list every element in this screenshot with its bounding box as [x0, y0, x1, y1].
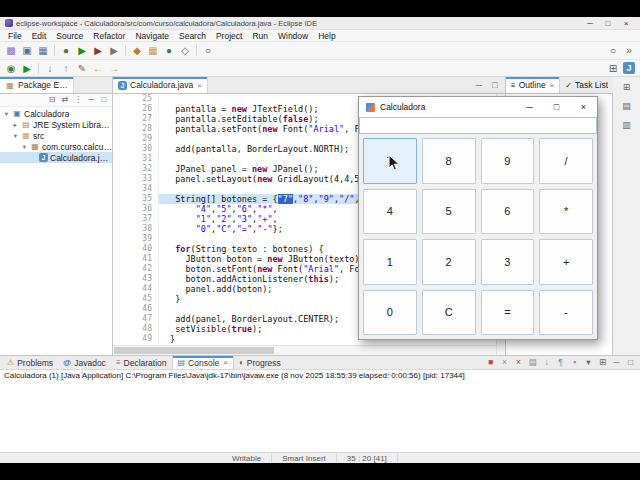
tree-expander-icon[interactable]: ▸ [12, 121, 19, 129]
calc-button-0[interactable]: 0 [363, 290, 417, 336]
calc-button-3[interactable]: 3 [481, 239, 535, 285]
last-edit-location-icon[interactable]: ✎ [74, 61, 90, 76]
word-wrap-icon[interactable]: ¶ [554, 356, 567, 369]
window-minimize-button[interactable]: ─ [581, 19, 599, 28]
tab-console[interactable]: ▤Console× [172, 356, 234, 369]
window-maximize-button[interactable]: □ [599, 19, 617, 28]
tree-expander-icon[interactable]: ▾ [12, 132, 19, 140]
open-type-icon[interactable]: ◇ [177, 43, 193, 58]
minimize-editor-icon[interactable]: ─ [472, 79, 486, 92]
tab-progress[interactable]: ◐Progress [234, 356, 286, 369]
calc-button-6[interactable]: 6 [481, 189, 535, 235]
close-tab-icon[interactable]: × [197, 81, 202, 90]
restore-tasklist-icon[interactable]: ▤ [620, 100, 634, 113]
console-output[interactable] [0, 381, 640, 452]
minimize-console-icon[interactable]: ─ [610, 356, 623, 369]
tree-item[interactable]: ▾▣Calculadora [0, 108, 112, 119]
tab-javadoc[interactable]: @Javadoc [58, 356, 111, 369]
maximize-editor-icon[interactable]: □ [488, 79, 502, 92]
collapse-all-icon[interactable]: ⊟ [46, 94, 58, 106]
calc-button-4[interactable]: 4 [363, 189, 417, 235]
calc-button-9[interactable]: 9 [481, 138, 535, 184]
menu-item-help[interactable]: Help [313, 31, 340, 41]
tree-expander-icon[interactable]: ▾ [21, 143, 28, 151]
new-java-project-icon[interactable]: ◆ [129, 43, 145, 58]
tree-item[interactable]: ▾▦src [0, 130, 112, 141]
menu-item-window[interactable]: Window [273, 31, 313, 41]
calc-close-button[interactable]: × [570, 97, 597, 117]
toolbar-search-icon[interactable]: ○ [605, 43, 621, 58]
horizontal-scrollbar[interactable] [113, 345, 496, 355]
remove-all-launches-icon[interactable]: × [512, 356, 525, 369]
calc-button-8[interactable]: 8 [422, 138, 476, 184]
menu-item-file[interactable]: File [3, 31, 27, 41]
new-wizard-icon[interactable]: ▩ [3, 43, 19, 58]
run-last-icon[interactable]: ▶ [19, 61, 35, 76]
close-tab-icon[interactable]: × [223, 358, 228, 367]
calc-button-plus[interactable]: + [539, 239, 593, 285]
calc-maximize-button[interactable]: □ [543, 97, 570, 117]
tab-package-explorer[interactable]: ▦ Package Explorer [0, 77, 74, 93]
menu-item-project[interactable]: Project [211, 31, 247, 41]
back-icon[interactable]: ← [90, 61, 106, 76]
external-tools-icon[interactable]: ▶ [106, 43, 122, 58]
toolbar-overflow-icon[interactable]: » [621, 43, 637, 58]
next-annotation-icon[interactable]: ↓ [42, 61, 58, 76]
save-icon[interactable]: ▣ [19, 43, 35, 58]
java-perspective-icon[interactable]: J [623, 62, 635, 74]
calc-button-clear[interactable]: C [422, 290, 476, 336]
scroll-lock-icon[interactable]: ↓ [540, 356, 553, 369]
calc-button-equals[interactable]: = [481, 290, 535, 336]
new-class-icon[interactable]: ● [161, 43, 177, 58]
tab-declaration[interactable]: ≡Declaration [111, 356, 172, 369]
link-with-editor-icon[interactable]: ⇄ [59, 94, 71, 106]
new-package-icon[interactable]: ▦ [145, 43, 161, 58]
maximize-view-icon[interactable]: □ [98, 94, 110, 106]
save-all-icon[interactable]: ▦ [35, 43, 51, 58]
menu-item-run[interactable]: Run [247, 31, 273, 41]
maximize-console-icon[interactable]: □ [624, 356, 637, 369]
display-console-icon[interactable]: ▾ [582, 356, 595, 369]
restore-view-icon[interactable]: ▥ [620, 119, 634, 132]
run-icon[interactable]: ▶ [74, 43, 90, 58]
close-tab-icon[interactable]: × [550, 81, 555, 90]
previous-annotation-icon[interactable]: ↑ [58, 61, 74, 76]
calculator-titlebar[interactable]: Calculadora ─ □ × [359, 97, 597, 117]
calc-minimize-button[interactable]: ─ [516, 97, 543, 117]
terminate-icon[interactable]: ■ [484, 356, 497, 369]
window-close-button[interactable]: × [617, 19, 635, 28]
menu-item-source[interactable]: Source [51, 31, 88, 41]
restore-outline-icon[interactable]: ⊞ [620, 81, 634, 94]
menu-item-navigate[interactable]: Navigate [130, 31, 174, 41]
search-icon[interactable]: ○ [200, 43, 216, 58]
calc-button-multiply[interactable]: * [539, 189, 593, 235]
menu-item-edit[interactable]: Edit [27, 31, 52, 41]
calc-button-1[interactable]: 1 [363, 239, 417, 285]
menu-item-search[interactable]: Search [174, 31, 211, 41]
debug-last-icon[interactable]: ◉ [3, 61, 19, 76]
tab-calculadora-java[interactable]: J Calculadora.java × [113, 77, 208, 93]
tree-item[interactable]: ▾▦com.curso.calculadora [0, 141, 112, 152]
clear-console-icon[interactable]: ▤ [526, 356, 539, 369]
calc-button-divide[interactable]: / [539, 138, 593, 184]
tree-expander-icon[interactable]: ▾ [3, 110, 10, 118]
calc-button-5[interactable]: 5 [422, 189, 476, 235]
tab-task-list[interactable]: ✓Task List [560, 77, 614, 93]
tab-outline[interactable]: ≡Outline× [506, 77, 560, 93]
view-menu-icon[interactable]: ⋮ [72, 94, 84, 106]
remove-launch-icon[interactable]: × [498, 356, 511, 369]
coverage-icon[interactable]: ▶ [90, 43, 106, 58]
calc-button-minus[interactable]: - [539, 290, 593, 336]
open-perspective-icon[interactable]: ⊞ [605, 61, 621, 76]
calculator-display[interactable] [359, 117, 597, 134]
tree-item[interactable]: ▸▤JRE System Library [jdk-17] [0, 119, 112, 130]
forward-icon[interactable]: → [106, 61, 122, 76]
tab-problems[interactable]: ⚠Problems [2, 356, 58, 369]
menu-item-refactor[interactable]: Refactor [88, 31, 130, 41]
calc-button-2[interactable]: 2 [422, 239, 476, 285]
window-titlebar[interactable]: eclipse-workspace - Calculadora/src/com/… [0, 17, 640, 29]
open-console-icon[interactable]: ⊞ [596, 356, 609, 369]
debug-icon[interactable]: ● [58, 43, 74, 58]
tree-item[interactable]: JCalculadora.java [0, 152, 112, 163]
scrollbar-thumb[interactable] [114, 347, 274, 354]
